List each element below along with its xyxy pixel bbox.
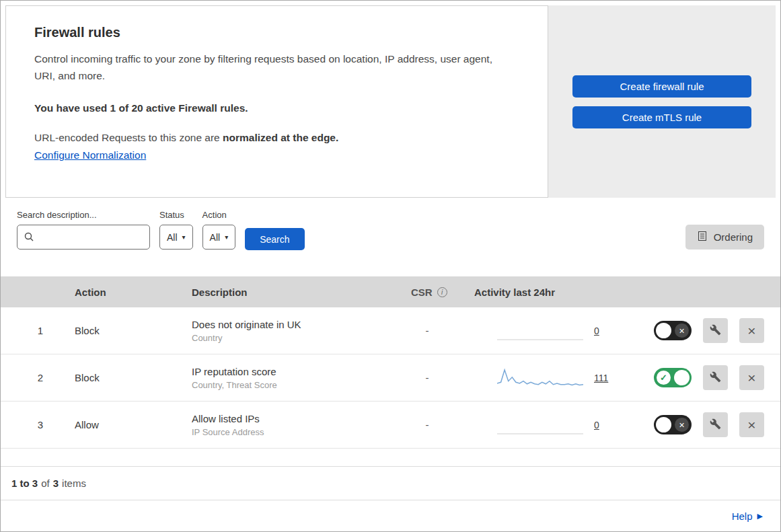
help-link-label: Help bbox=[732, 510, 753, 522]
activity-sparkline bbox=[497, 414, 583, 436]
edit-rule-button[interactable] bbox=[703, 412, 728, 437]
search-box bbox=[17, 225, 150, 250]
header-section: Firewall rules Control incoming traffic … bbox=[1, 1, 780, 198]
configure-normalization-link[interactable]: Configure Normalization bbox=[34, 149, 146, 161]
search-label: Search description... bbox=[17, 210, 150, 220]
items-total: 3 bbox=[53, 478, 59, 489]
search-button[interactable]: Search bbox=[245, 228, 304, 250]
activity-sparkline-wrap: 111 bbox=[497, 367, 608, 389]
status-label: Status bbox=[159, 210, 193, 220]
chevron-down-icon: ▾ bbox=[225, 233, 228, 241]
ordering-button-label: Ordering bbox=[714, 231, 753, 243]
status-dropdown-value: All bbox=[167, 232, 178, 243]
rule-description: Does not originate in UK bbox=[192, 319, 387, 330]
create-mtls-rule-button[interactable]: Create mTLS rule bbox=[572, 106, 751, 128]
close-icon: × bbox=[747, 371, 755, 385]
ordering-button[interactable]: Ordering bbox=[685, 225, 764, 250]
toggle-knob bbox=[674, 370, 690, 385]
column-header-description: Description bbox=[178, 287, 387, 298]
rule-criteria: Country, Threat Score bbox=[192, 380, 387, 390]
normalization-text: URL-encoded Requests to this zone are bbox=[34, 132, 223, 143]
rule-description-cell: IP reputation score Country, Threat Scor… bbox=[178, 366, 387, 390]
rule-priority: 1 bbox=[1, 325, 61, 336]
normalization-bold: normalized at the edge. bbox=[223, 132, 338, 143]
table-spacer bbox=[1, 449, 780, 466]
action-label: Action bbox=[202, 210, 236, 220]
actions-panel: Create firewall rule Create mTLS rule bbox=[548, 5, 776, 198]
items-of: of bbox=[41, 478, 50, 489]
search-input[interactable] bbox=[17, 225, 150, 250]
action-dropdown[interactable]: All ▾ bbox=[202, 225, 236, 250]
page-description: Control incoming traffic to your zone by… bbox=[34, 51, 515, 85]
help-link[interactable]: Help ▶ bbox=[732, 510, 763, 522]
rule-enable-toggle[interactable]: ✓ × bbox=[654, 368, 692, 387]
rule-activity-cell: 111 bbox=[468, 367, 622, 389]
csr-header-label: CSR bbox=[411, 287, 433, 298]
delete-rule-button[interactable]: × bbox=[739, 412, 764, 437]
table-row: 3 Allow Allow listed IPs IP Source Addre… bbox=[1, 402, 780, 449]
items-label: items bbox=[62, 478, 86, 489]
rule-description-cell: Does not originate in UK Country bbox=[178, 319, 387, 343]
chevron-down-icon: ▾ bbox=[182, 233, 186, 241]
rule-description-cell: Allow listed IPs IP Source Address bbox=[178, 413, 387, 437]
activity-sparkline bbox=[497, 367, 583, 389]
activity-sparkline-wrap: 0 bbox=[497, 414, 599, 436]
action-filter-group: Action All ▾ bbox=[202, 210, 236, 250]
column-header-csr: CSR i bbox=[387, 287, 468, 298]
usage-summary: You have used 1 of 20 active Firewall ru… bbox=[34, 102, 519, 114]
activity-count-link[interactable]: 0 bbox=[594, 326, 599, 336]
edit-rule-button[interactable] bbox=[703, 318, 728, 343]
rule-controls: ✓ × × bbox=[622, 365, 780, 390]
rule-enable-toggle[interactable]: ✓ × bbox=[654, 321, 692, 340]
pagination-summary: 1 to 3 of 3 items bbox=[1, 466, 780, 500]
table-header: Action Description CSR i Activity last 2… bbox=[1, 276, 780, 307]
column-header-action: Action bbox=[61, 287, 178, 298]
delete-rule-button[interactable]: × bbox=[739, 365, 764, 390]
rule-priority: 3 bbox=[1, 419, 61, 430]
rule-action: Block bbox=[61, 372, 178, 383]
delete-rule-button[interactable]: × bbox=[739, 318, 764, 343]
ordering-list-icon bbox=[697, 231, 708, 243]
rule-criteria: Country bbox=[192, 333, 387, 343]
page-title: Firewall rules bbox=[34, 25, 519, 40]
x-icon: × bbox=[675, 324, 689, 338]
rule-criteria: IP Source Address bbox=[192, 427, 387, 437]
rule-description: IP reputation score bbox=[192, 366, 387, 377]
rule-controls: ✓ × × bbox=[622, 412, 780, 437]
rule-controls: ✓ × × bbox=[622, 318, 780, 343]
items-range: 1 to 3 bbox=[11, 478, 38, 489]
close-icon: × bbox=[747, 418, 755, 432]
info-icon[interactable]: i bbox=[437, 287, 447, 297]
wrench-icon bbox=[710, 418, 721, 432]
normalization-note: URL-encoded Requests to this zone are no… bbox=[34, 132, 519, 144]
rule-activity-cell: 0 bbox=[468, 320, 622, 342]
rule-activity-cell: 0 bbox=[468, 414, 622, 436]
activity-sparkline bbox=[497, 320, 583, 342]
rule-csr: - bbox=[387, 372, 468, 383]
create-firewall-rule-button[interactable]: Create firewall rule bbox=[572, 75, 751, 98]
rule-priority: 2 bbox=[1, 372, 61, 383]
toggle-knob bbox=[656, 417, 671, 432]
firewall-info-card: Firewall rules Control incoming traffic … bbox=[5, 5, 548, 198]
rule-csr: - bbox=[387, 325, 468, 336]
edit-rule-button[interactable] bbox=[703, 365, 728, 390]
toggle-knob bbox=[656, 323, 671, 338]
column-header-activity: Activity last 24hr bbox=[468, 287, 622, 298]
wrench-icon bbox=[710, 324, 721, 338]
activity-count-link[interactable]: 111 bbox=[594, 373, 608, 383]
activity-sparkline-wrap: 0 bbox=[497, 320, 599, 342]
firewall-rules-page: Firewall rules Control incoming traffic … bbox=[0, 0, 781, 532]
help-footer: Help ▶ bbox=[1, 500, 780, 531]
search-group: Search description... bbox=[17, 210, 150, 250]
rule-action: Block bbox=[61, 325, 178, 336]
rule-description: Allow listed IPs bbox=[192, 413, 387, 424]
action-dropdown-value: All bbox=[210, 232, 221, 243]
search-icon bbox=[24, 231, 34, 245]
check-icon: ✓ bbox=[657, 371, 671, 385]
rule-enable-toggle[interactable]: ✓ × bbox=[654, 415, 692, 434]
arrow-right-icon: ▶ bbox=[757, 512, 763, 521]
activity-count-link[interactable]: 0 bbox=[594, 420, 599, 430]
filter-bar: Search description... Status All ▾ Actio… bbox=[1, 198, 780, 276]
status-filter-group: Status All ▾ bbox=[159, 210, 193, 250]
status-dropdown[interactable]: All ▾ bbox=[159, 225, 193, 250]
